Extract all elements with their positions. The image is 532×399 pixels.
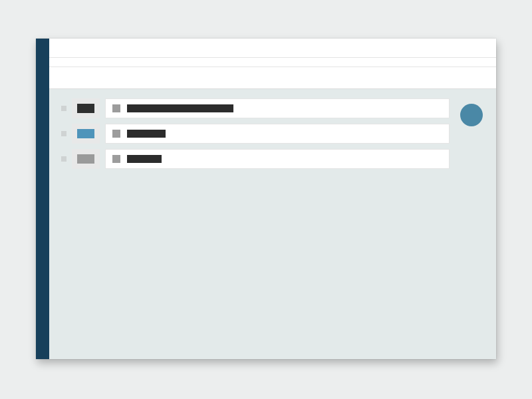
drag-handle-icon[interactable] bbox=[61, 131, 66, 136]
item-field[interactable] bbox=[105, 124, 450, 144]
drag-handle-icon[interactable] bbox=[61, 106, 66, 111]
main-area bbox=[49, 39, 496, 359]
content bbox=[49, 89, 496, 186]
field-text bbox=[127, 104, 233, 112]
field-icon bbox=[112, 104, 120, 112]
app-window bbox=[36, 39, 496, 359]
item-badge[interactable] bbox=[72, 98, 100, 118]
item-field[interactable] bbox=[105, 149, 450, 169]
content-wrap bbox=[61, 98, 484, 169]
item-field[interactable] bbox=[105, 98, 450, 118]
badge-chip bbox=[77, 129, 94, 138]
add-button[interactable] bbox=[460, 104, 483, 126]
field-text bbox=[127, 130, 166, 138]
item-badge[interactable] bbox=[72, 124, 100, 144]
header bbox=[49, 39, 496, 89]
item-badge[interactable] bbox=[72, 149, 100, 169]
header-rule bbox=[49, 57, 496, 58]
sidebar[interactable] bbox=[36, 39, 49, 359]
field-icon bbox=[112, 155, 120, 163]
drag-handle-icon[interactable] bbox=[61, 156, 66, 162]
header-rule bbox=[49, 66, 496, 67]
field-text bbox=[127, 155, 162, 163]
list-item bbox=[61, 124, 450, 144]
list-item bbox=[61, 98, 450, 118]
field-icon bbox=[112, 130, 120, 138]
list-item bbox=[61, 149, 450, 169]
badge-chip bbox=[77, 104, 94, 113]
badge-chip bbox=[77, 154, 94, 164]
